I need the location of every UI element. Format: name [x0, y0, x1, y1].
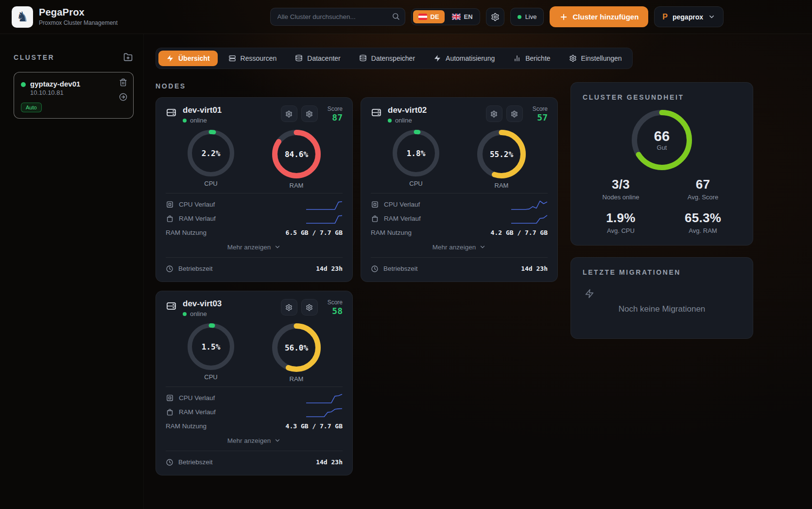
node-settings-button[interactable] [486, 105, 502, 122]
uptime-value: 14d 23h [316, 458, 343, 466]
score-label: Score [328, 105, 343, 112]
health-gauge: 66 Gut [632, 110, 692, 170]
cpu-sparkline [511, 198, 548, 211]
cpu-sparkline [306, 198, 343, 211]
health-title: CLUSTER GESUNDHEIT [583, 93, 741, 101]
user-menu[interactable]: P pegaprox [654, 6, 724, 27]
clock-icon [371, 265, 379, 273]
user-initial: P [662, 13, 668, 21]
language-en-button[interactable]: EN [447, 10, 478, 23]
app-header: ♞ PegaProx Proxmox Cluster Management DE [0, 0, 812, 34]
uk-flag-icon [452, 14, 461, 20]
show-more-button[interactable]: Mehr anzeigen [430, 241, 489, 253]
uptime-label: Betriebszeit [178, 265, 213, 272]
language-de-label: DE [431, 13, 439, 20]
cpu-gauge-label: CPU [204, 373, 217, 381]
cpu-gauge-label: CPU [409, 180, 422, 187]
chart-icon [513, 54, 521, 62]
live-dot [518, 15, 521, 19]
cpu-icon [166, 200, 174, 209]
score-value: 57 [537, 112, 548, 123]
server-icon [166, 107, 177, 118]
chevron-down-icon [274, 437, 281, 444]
user-name: pegaprox [673, 13, 703, 21]
score-label: Score [328, 299, 343, 306]
tab-automatisierung[interactable]: Automatisierung [426, 51, 502, 66]
node-settings-button[interactable] [281, 105, 297, 122]
add-folder-button[interactable] [122, 52, 134, 63]
migrations-empty-text: Noch keine Migrationen [583, 289, 741, 314]
cpu-gauge-label: CPU [204, 180, 217, 187]
zap-icon [433, 54, 441, 62]
node-online-dot [388, 119, 392, 123]
search-icon [392, 12, 400, 20]
plus-icon [559, 13, 568, 21]
ram-gauge-label: RAM [290, 182, 304, 189]
node-name: dev-virt03 [183, 299, 222, 309]
cpu-gauge-value: 1.8% [393, 130, 439, 176]
open-cluster-button[interactable] [118, 92, 128, 102]
ram-gauge-label: RAM [495, 182, 509, 189]
stat-nodes-online: 3/3 Nodes online [583, 177, 659, 201]
tab-datenspeicher[interactable]: Datenspeicher [351, 51, 423, 66]
ram-icon [166, 214, 174, 223]
ram-sparkline [306, 406, 343, 419]
cpu-gauge-value: 1.5% [188, 323, 234, 370]
node-config-button[interactable] [506, 105, 523, 122]
node-card: dev-virt01 online Score 87 [155, 97, 353, 282]
cluster-name: gyptazy-dev01 [30, 80, 80, 88]
delete-cluster-button[interactable] [118, 77, 128, 88]
live-status-badge[interactable]: Live [510, 8, 544, 26]
tab-einstellungen[interactable]: Einstellungen [561, 51, 630, 66]
gear-icon [569, 54, 577, 62]
search-input[interactable] [270, 8, 405, 26]
add-cluster-button[interactable]: Cluster hinzufügen [550, 6, 648, 27]
node-card: dev-virt02 online Score 57 [361, 97, 558, 282]
cpu-icon [371, 200, 379, 209]
zap-icon [166, 54, 174, 62]
show-more-button[interactable]: Mehr anzeigen [225, 241, 284, 253]
tab-bar: ÜbersichtRessourcenDatacenterDatenspeich… [155, 48, 633, 69]
ram-gauge: 55.2% [477, 130, 526, 178]
score-value: 87 [332, 112, 343, 123]
uptime-label: Betriebszeit [178, 458, 213, 466]
ram-sparkline [511, 212, 548, 225]
ram-gauge-value: 55.2% [477, 130, 526, 178]
app-subtitle: Proxmox Cluster Management [39, 19, 118, 26]
uptime-value: 14d 23h [316, 265, 343, 272]
search-box [270, 8, 405, 26]
sidebar-title: CLUSTER [14, 53, 54, 61]
sidebar: CLUSTER gyptazy-dev01 10.10.10.81 Auto [0, 34, 144, 509]
node-settings-button[interactable] [281, 299, 297, 316]
database-icon [295, 54, 303, 62]
settings-button[interactable] [486, 8, 504, 26]
server-icon [228, 54, 236, 62]
live-label: Live [525, 13, 537, 20]
migrations-title: LETZTE MIGRATIONEN [583, 268, 741, 276]
ram-history-label: RAM Verlauf [179, 215, 216, 222]
chevron-down-icon [479, 244, 486, 250]
tab-ressourcen[interactable]: Ressourcen [221, 51, 285, 66]
node-status: online [190, 310, 207, 317]
language-switcher: DE EN [411, 8, 480, 25]
stat-avg-cpu: 1.9% Avg. CPU [583, 211, 659, 234]
cluster-card-gyptazy-dev01[interactable]: gyptazy-dev01 10.10.10.81 Auto [14, 72, 134, 119]
node-config-button[interactable] [301, 105, 318, 122]
ram-history-label: RAM Verlauf [384, 215, 421, 222]
node-online-dot [183, 119, 187, 123]
stat-avg-ram: 65.3% Avg. RAM [665, 211, 741, 234]
language-en-label: EN [464, 13, 473, 20]
cpu-history-label: CPU Verlauf [384, 201, 420, 208]
show-more-button[interactable]: Mehr anzeigen [225, 434, 284, 447]
language-de-button[interactable]: DE [413, 10, 445, 23]
node-status: online [190, 117, 207, 124]
node-config-button[interactable] [301, 299, 318, 316]
database-icon [359, 54, 367, 62]
chevron-down-icon [708, 13, 715, 20]
node-card: dev-virt03 online Score 58 [155, 291, 353, 475]
ram-history-label: RAM Verlauf [179, 408, 216, 416]
cpu-gauge: 2.2% [188, 130, 234, 176]
tab-datacenter[interactable]: Datacenter [287, 51, 348, 66]
tab-berichte[interactable]: Berichte [505, 51, 558, 66]
tab-ubersicht[interactable]: Übersicht [158, 51, 218, 66]
